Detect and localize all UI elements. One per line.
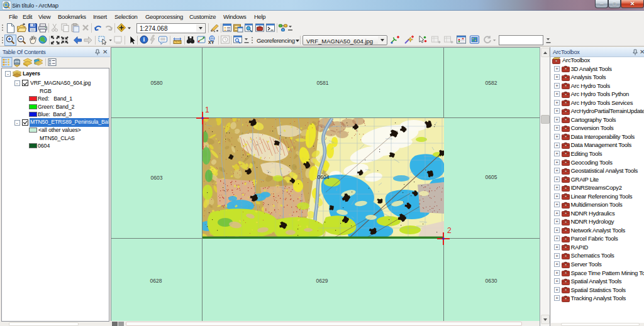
svg-text:XY: XY: [208, 40, 214, 45]
svg-text:i: i: [143, 36, 145, 43]
